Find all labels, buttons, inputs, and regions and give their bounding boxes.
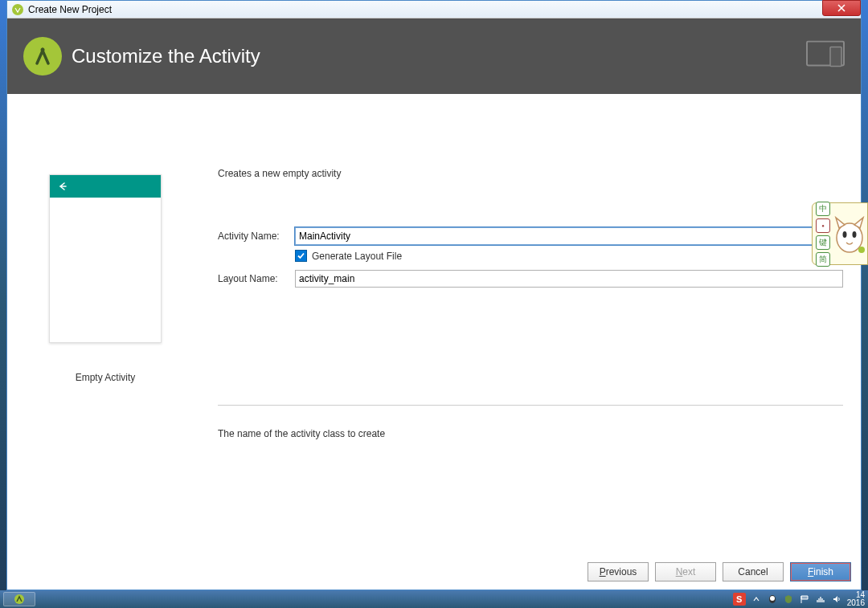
- tray-flag-icon[interactable]: [799, 594, 810, 605]
- preview-column: Empty Activity: [25, 118, 186, 581]
- next-button: Next: [655, 562, 716, 581]
- close-button[interactable]: [822, 0, 861, 16]
- finish-button[interactable]: Finish: [790, 562, 851, 581]
- svg-point-7: [858, 247, 865, 253]
- tray-clock[interactable]: 14 2016: [847, 591, 865, 607]
- generate-layout-checkbox[interactable]: [295, 250, 307, 262]
- layout-name-label: Layout Name:: [218, 273, 295, 284]
- ime-badge-2[interactable]: ●: [816, 218, 830, 233]
- system-tray: S 14 2016: [733, 591, 865, 607]
- android-studio-logo: [23, 37, 62, 75]
- tray-shield-icon[interactable]: [783, 594, 794, 605]
- activity-name-label: Activity Name:: [218, 231, 295, 242]
- window-title: Create New Project: [28, 4, 112, 15]
- button-row: Previous Next Cancel Finish: [588, 562, 851, 581]
- form-subtitle: Creates a new empty activity: [218, 168, 843, 179]
- taskbar: S 14 2016: [0, 590, 868, 608]
- device-icon: [806, 41, 845, 72]
- wizard-content: Empty Activity Creates a new empty activ…: [7, 94, 861, 590]
- svg-point-0: [12, 4, 23, 15]
- tray-up-icon[interactable]: [751, 594, 762, 605]
- ime-badge-1[interactable]: 中: [816, 202, 830, 216]
- wizard-header: Customize the Activity: [7, 18, 861, 94]
- ime-popup[interactable]: 中 ● 键 简: [812, 202, 868, 265]
- form-column: Creates a new empty activity Activity Na…: [218, 118, 843, 581]
- dialog-window: Create New Project Customize the Activit…: [6, 0, 862, 590]
- ime-mascot-icon: [833, 214, 866, 254]
- tray-volume-icon[interactable]: [831, 594, 842, 605]
- taskbar-app-button[interactable]: [3, 592, 35, 606]
- preview-appbar: [50, 175, 161, 198]
- svg-rect-3: [830, 47, 841, 67]
- ime-badge-4[interactable]: 简: [816, 252, 830, 267]
- back-arrow-icon: [56, 181, 68, 192]
- svg-point-6: [853, 231, 857, 238]
- ime-badge-3[interactable]: 键: [816, 235, 830, 250]
- tray-wifi-icon[interactable]: [815, 594, 826, 605]
- tray-qq-icon[interactable]: [767, 594, 778, 605]
- tray-sogou-icon[interactable]: S: [733, 593, 746, 606]
- activity-preview: [49, 174, 162, 343]
- activity-name-input[interactable]: [295, 227, 843, 245]
- wizard-title: Customize the Activity: [72, 45, 260, 67]
- preview-label: Empty Activity: [76, 372, 136, 383]
- titlebar: Create New Project: [7, 1, 861, 18]
- cancel-button[interactable]: Cancel: [723, 562, 784, 581]
- svg-point-5: [843, 231, 847, 238]
- svg-point-1: [41, 48, 45, 52]
- svg-point-10: [770, 596, 775, 601]
- app-icon: [11, 3, 24, 16]
- generate-layout-label: Generate Layout File: [312, 251, 402, 262]
- layout-name-input[interactable]: [295, 270, 843, 288]
- previous-button[interactable]: Previous: [588, 562, 649, 581]
- hint-text: The name of the activity class to create: [218, 406, 843, 488]
